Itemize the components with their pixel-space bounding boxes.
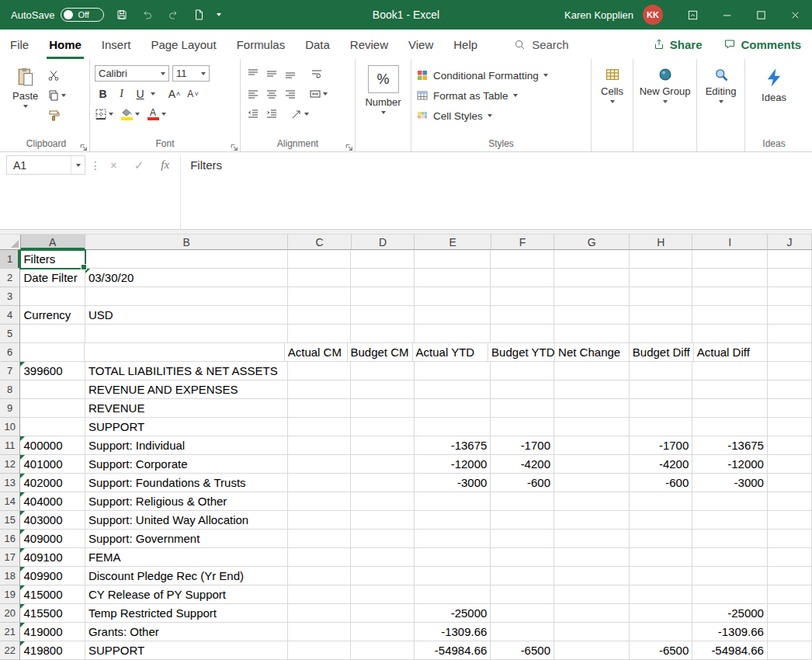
cell-A1[interactable]: Filters [20, 250, 85, 269]
row-header-16[interactable]: 16 [0, 530, 20, 548]
cell-I11[interactable]: -13675 [692, 436, 768, 455]
increase-font-size-button[interactable]: A˄ [166, 85, 182, 102]
cell-H13[interactable]: -600 [630, 474, 693, 492]
cell-F9[interactable] [491, 399, 554, 418]
cell-J6[interactable] [768, 343, 812, 362]
align-top-button[interactable] [245, 65, 261, 82]
cell-H10[interactable] [630, 418, 693, 436]
cell-G1[interactable] [554, 250, 630, 269]
column-header-F[interactable]: F [491, 234, 554, 250]
cell-B15[interactable]: Support: United Way Allocation [85, 511, 288, 530]
row-header-1[interactable]: 1 [0, 250, 20, 269]
cell-D5[interactable] [351, 325, 415, 343]
cell-I13[interactable]: -3000 [692, 474, 768, 492]
cell-F6[interactable]: Budget YTD [488, 343, 555, 362]
name-box[interactable]: A1 [6, 155, 85, 175]
cell-J19[interactable] [768, 585, 812, 604]
cell-J9[interactable] [768, 399, 812, 418]
cell-A21[interactable]: 419000 [20, 623, 85, 641]
format-as-table-button[interactable]: Format as Table [416, 85, 586, 106]
cell-F22[interactable]: -6500 [491, 641, 554, 660]
cell-F20[interactable] [491, 604, 554, 623]
cell-J15[interactable] [768, 511, 812, 530]
cell-A20[interactable]: 415500 [20, 604, 85, 623]
align-middle-button[interactable] [264, 65, 279, 82]
cell-E15[interactable] [415, 511, 491, 530]
cell-B5[interactable] [85, 325, 288, 343]
number-format-caret[interactable] [381, 111, 386, 114]
cell-F13[interactable]: -600 [491, 474, 554, 492]
cell-G14[interactable] [554, 492, 630, 511]
cell-D22[interactable] [351, 641, 415, 660]
row-header-8[interactable]: 8 [0, 380, 20, 399]
orientation-button[interactable] [290, 106, 309, 123]
underline-button[interactable]: U [132, 85, 148, 102]
new-document-icon[interactable] [191, 7, 206, 23]
cell-I5[interactable] [692, 325, 768, 343]
cell-G10[interactable] [554, 418, 630, 436]
cell-C8[interactable] [288, 380, 352, 399]
cell-A5[interactable] [20, 325, 85, 343]
tab-file[interactable]: File [0, 30, 39, 59]
cell-C6[interactable]: Actual CM [285, 343, 348, 362]
cell-H21[interactable] [630, 623, 693, 641]
ribbon-display-options-icon[interactable] [675, 0, 710, 30]
cell-C12[interactable] [288, 455, 352, 474]
decrease-indent-button[interactable] [245, 106, 261, 123]
cell-C22[interactable] [288, 641, 352, 660]
cell-A18[interactable]: 409900 [20, 567, 85, 585]
cell-C17[interactable] [288, 548, 352, 567]
cell-F11[interactable]: -1700 [491, 436, 554, 455]
cell-G4[interactable] [554, 306, 630, 325]
cell-B4[interactable]: USD [85, 306, 288, 325]
cell-C1[interactable] [288, 250, 352, 269]
cell-G15[interactable] [554, 511, 630, 530]
cell-C10[interactable] [288, 418, 352, 436]
cell-E11[interactable]: -13675 [415, 436, 491, 455]
cell-C16[interactable] [288, 530, 352, 548]
cell-H5[interactable] [630, 325, 693, 343]
cell-F8[interactable] [491, 380, 554, 399]
cell-B17[interactable]: FEMA [85, 548, 288, 567]
cell-E18[interactable] [415, 567, 491, 585]
cell-I19[interactable] [692, 585, 768, 604]
cell-B13[interactable]: Support: Foundations & Trusts [85, 474, 288, 492]
cell-H12[interactable]: -4200 [630, 455, 693, 474]
cell-F15[interactable] [491, 511, 554, 530]
cell-J17[interactable] [768, 548, 812, 567]
cell-C3[interactable] [288, 287, 352, 306]
cell-A3[interactable] [20, 287, 85, 306]
tab-review[interactable]: Review [340, 30, 398, 59]
cell-E3[interactable] [415, 287, 491, 306]
cell-F10[interactable] [491, 418, 554, 436]
cell-J1[interactable] [768, 250, 812, 269]
cell-D21[interactable] [351, 623, 415, 641]
cell-I14[interactable] [692, 492, 768, 511]
cell-F17[interactable] [491, 548, 554, 567]
row-header-22[interactable]: 22 [0, 641, 20, 660]
cell-B7[interactable]: TOTAL LIABILITIES & NET ASSETS [85, 362, 288, 380]
row-header-10[interactable]: 10 [0, 418, 20, 436]
cell-D15[interactable] [351, 511, 415, 530]
cell-B22[interactable]: SUPPORT [85, 641, 288, 660]
cell-D20[interactable] [351, 604, 415, 623]
cell-F5[interactable] [491, 325, 554, 343]
cell-H6[interactable]: Budget Diff [630, 343, 694, 362]
cell-I3[interactable] [692, 287, 768, 306]
row-header-12[interactable]: 12 [0, 455, 20, 474]
cell-G13[interactable] [554, 474, 630, 492]
cell-styles-button[interactable]: Cell Styles [416, 106, 586, 126]
cell-C14[interactable] [288, 492, 352, 511]
cell-J11[interactable] [768, 436, 812, 455]
share-button[interactable]: Share [653, 38, 703, 51]
cells-button[interactable]: Cells [596, 65, 628, 105]
cell-J7[interactable] [768, 362, 812, 380]
cell-J4[interactable] [768, 306, 812, 325]
cell-C18[interactable] [288, 567, 352, 585]
cell-H8[interactable] [630, 380, 693, 399]
cell-E20[interactable]: -25000 [415, 604, 491, 623]
cell-E16[interactable] [415, 530, 491, 548]
cell-B3[interactable] [85, 287, 288, 306]
cell-C4[interactable] [288, 306, 352, 325]
autosave-control[interactable]: AutoSave Off [11, 8, 104, 22]
